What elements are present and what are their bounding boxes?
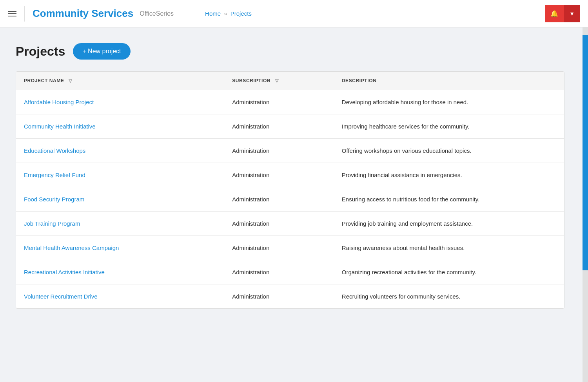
app-subtitle: OfficeSeries (140, 10, 174, 17)
column-header-subscription: SUBSCRIPTION ▽ (224, 72, 334, 90)
table-row: Volunteer Recruitment DriveAdministratio… (16, 284, 564, 309)
project-name-cell: Community Health Initiative (16, 114, 224, 139)
project-name-cell: Job Training Program (16, 212, 224, 236)
new-project-button[interactable]: + New project (73, 43, 130, 60)
project-name-cell: Volunteer Recruitment Drive (16, 284, 224, 309)
description-cell: Developing affordable housing for those … (334, 90, 564, 114)
header-right: 🔔 ▼ (545, 5, 580, 22)
page-header: Projects + New project (16, 43, 572, 60)
subscription-cell: Administration (224, 187, 334, 212)
project-name-link[interactable]: Affordable Housing Project (24, 99, 94, 105)
main-content: Projects + New project PROJECT NAME ▽ SU… (0, 27, 588, 324)
user-dropdown-button[interactable]: ▼ (564, 5, 580, 22)
project-name-link[interactable]: Community Health Initiative (24, 123, 96, 130)
filter-icon-project-name[interactable]: ▽ (69, 78, 72, 83)
description-cell: Raising awareness about mental health is… (334, 236, 564, 260)
menu-icon[interactable] (8, 11, 16, 16)
subscription-cell: Administration (224, 90, 334, 114)
project-name-cell: Emergency Relief Fund (16, 163, 224, 187)
description-cell: Organizing recreational activities for t… (334, 260, 564, 284)
breadcrumb-current: Projects (230, 10, 252, 17)
subscription-cell: Administration (224, 163, 334, 187)
project-name-link[interactable]: Job Training Program (24, 220, 80, 227)
project-name-cell: Affordable Housing Project (16, 90, 224, 114)
column-header-project-name: PROJECT NAME ▽ (16, 72, 224, 90)
table-row: Food Security ProgramAdministrationEnsur… (16, 187, 564, 212)
breadcrumb-home[interactable]: Home (205, 10, 221, 17)
description-cell: Recruiting volunteers for community serv… (334, 284, 564, 309)
app-title: Community Services (33, 7, 133, 20)
table-row: Affordable Housing ProjectAdministration… (16, 90, 564, 114)
project-name-link[interactable]: Educational Workshops (24, 147, 85, 154)
table-row: Mental Health Awareness CampaignAdminist… (16, 236, 564, 260)
project-name-link[interactable]: Emergency Relief Fund (24, 172, 85, 178)
subscription-cell: Administration (224, 284, 334, 309)
page-title: Projects (16, 44, 65, 59)
description-cell: Providing job training and employment as… (334, 212, 564, 236)
projects-table-container: PROJECT NAME ▽ SUBSCRIPTION ▽ DESCRIPTIO… (16, 71, 564, 309)
table-row: Emergency Relief FundAdministrationProvi… (16, 163, 564, 187)
projects-table: PROJECT NAME ▽ SUBSCRIPTION ▽ DESCRIPTIO… (16, 72, 564, 308)
project-name-link[interactable]: Mental Health Awareness Campaign (24, 244, 119, 251)
breadcrumb: Home » Projects (205, 10, 252, 17)
header-divider (24, 6, 25, 22)
project-name-link[interactable]: Recreational Activities Initiative (24, 269, 105, 275)
description-cell: Providing financial assistance in emerge… (334, 163, 564, 187)
table-row: Job Training ProgramAdministrationProvid… (16, 212, 564, 236)
subscription-cell: Administration (224, 139, 334, 163)
project-name-cell: Recreational Activities Initiative (16, 260, 224, 284)
description-cell: Offering workshops on various educationa… (334, 139, 564, 163)
project-name-cell: Food Security Program (16, 187, 224, 212)
subscription-cell: Administration (224, 260, 334, 284)
project-name-cell: Mental Health Awareness Campaign (16, 236, 224, 260)
description-cell: Improving healthcare services for the co… (334, 114, 564, 139)
breadcrumb-separator: » (224, 10, 227, 17)
column-header-description: DESCRIPTION (334, 72, 564, 90)
filter-icon-subscription[interactable]: ▽ (275, 78, 279, 83)
subscription-cell: Administration (224, 114, 334, 139)
table-row: Recreational Activities InitiativeAdmini… (16, 260, 564, 284)
notification-button[interactable]: 🔔 (545, 5, 564, 22)
app-header: Community Services OfficeSeries Home » P… (0, 0, 588, 27)
table-row: Educational WorkshopsAdministrationOffer… (16, 139, 564, 163)
subscription-cell: Administration (224, 236, 334, 260)
project-name-link[interactable]: Volunteer Recruitment Drive (24, 293, 98, 300)
subscription-cell: Administration (224, 212, 334, 236)
table-header-row: PROJECT NAME ▽ SUBSCRIPTION ▽ DESCRIPTIO… (16, 72, 564, 90)
project-name-link[interactable]: Food Security Program (24, 196, 84, 203)
table-row: Community Health InitiativeAdministratio… (16, 114, 564, 139)
description-cell: Ensuring access to nutritious food for t… (334, 187, 564, 212)
project-name-cell: Educational Workshops (16, 139, 224, 163)
